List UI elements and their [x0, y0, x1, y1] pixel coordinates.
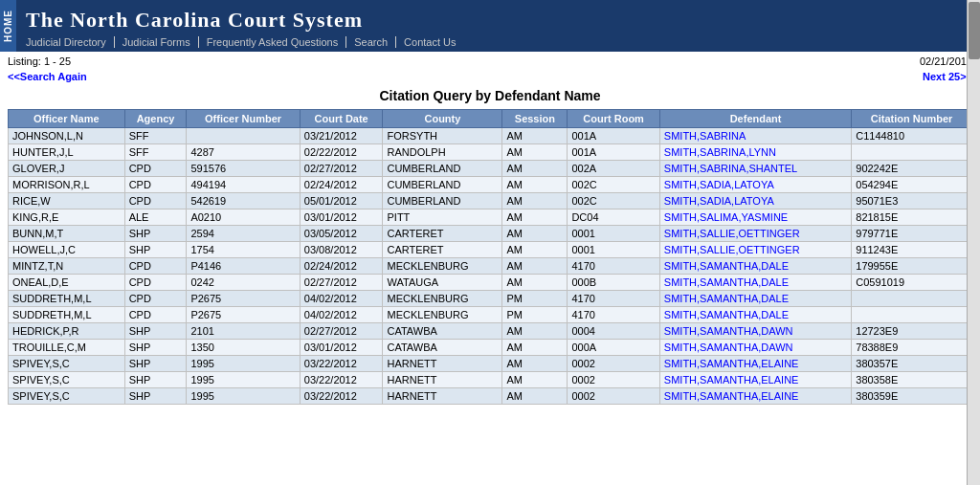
data-cell: CPD — [124, 193, 187, 209]
defendant-cell: SMITH,SAMANTHA,ELAINE — [659, 372, 851, 388]
table-row: TROUILLE,C,MSHP135003/01/2012CATAWBAAM00… — [9, 340, 972, 356]
data-cell: 03/21/2012 — [300, 128, 383, 144]
col-header: Court Date — [300, 110, 383, 128]
data-cell: GLOVER,J — [9, 161, 125, 177]
citation-cell: C0591019 — [852, 275, 972, 291]
next-link[interactable]: Next 25>> — [923, 71, 972, 82]
defendant-link[interactable]: SMITH,SABRINA — [664, 130, 746, 142]
data-cell: SHP — [124, 242, 187, 258]
data-cell: 0001 — [568, 242, 659, 258]
data-cell: CATAWBA — [383, 323, 502, 340]
citation-cell: 179955E — [852, 258, 972, 275]
data-cell: HEDRICK,P,R — [9, 323, 125, 340]
defendant-cell: SMITH,SAMANTHA,DAWN — [659, 323, 851, 340]
data-cell: AM — [502, 323, 568, 340]
defendant-link[interactable]: SMITH,SAMANTHA,ELAINE — [664, 374, 799, 386]
data-cell: HARNETT — [383, 388, 502, 405]
data-cell: HOWELL,J,C — [9, 242, 125, 258]
data-cell: 04/02/2012 — [300, 291, 383, 307]
defendant-link[interactable]: SMITH,SADIA,LATOYA — [664, 195, 774, 207]
header-row: Officer NameAgencyOfficer NumberCourt Da… — [9, 110, 972, 128]
defendant-link[interactable]: SMITH,SAMANTHA,DALE — [664, 293, 789, 304]
data-cell: RANDOLPH — [383, 144, 502, 161]
data-cell: SHP — [124, 356, 187, 372]
defendant-link[interactable]: SMITH,SAMANTHA,DAWN — [664, 342, 793, 353]
data-cell: 1995 — [187, 388, 300, 405]
data-cell: PM — [502, 291, 568, 307]
data-cell: AM — [502, 128, 568, 144]
data-cell: 03/05/2012 — [300, 226, 383, 242]
defendant-link[interactable]: SMITH,SALLIE,OETTINGER — [664, 244, 800, 255]
defendant-link[interactable]: SMITH,SAMANTHA,DALE — [664, 276, 789, 288]
defendant-link[interactable]: SMITH,SAMANTHA,DAWN — [664, 325, 793, 337]
data-cell: 542619 — [187, 193, 300, 209]
defendant-link[interactable]: SMITH,SADIA,LATOYA — [664, 179, 774, 190]
data-cell: SFF — [124, 144, 187, 161]
data-cell: SUDDRETH,M,L — [9, 307, 125, 323]
nav-link-1[interactable]: Judicial Forms — [115, 36, 199, 48]
col-header: Officer Name — [9, 110, 125, 128]
data-cell: CUMBERLAND — [383, 177, 502, 193]
table-row: KING,R,EALEA021003/01/2012PITTAMDC04SMIT… — [9, 209, 972, 226]
data-cell: MINTZ,T,N — [9, 258, 125, 275]
listing-range: Listing: 1 - 25 — [8, 55, 71, 67]
defendant-link[interactable]: SMITH,SABRINA,SHANTEL — [664, 163, 797, 174]
citation-cell: 821815E — [852, 209, 972, 226]
data-cell: 03/22/2012 — [300, 388, 383, 405]
data-cell: SHP — [124, 340, 187, 356]
data-cell: AM — [502, 209, 568, 226]
data-cell: TROUILLE,C,M — [9, 340, 125, 356]
data-cell: ONEAL,D,E — [9, 275, 125, 291]
data-cell: 0242 — [187, 275, 300, 291]
data-cell: 03/08/2012 — [300, 242, 383, 258]
scrollbar-thumb[interactable] — [969, 2, 980, 59]
data-cell: 0001 — [568, 226, 659, 242]
table-body: JOHNSON,L,NSFF03/21/2012FORSYTHAM001ASMI… — [9, 128, 972, 405]
data-cell: 0002 — [568, 388, 659, 405]
nav-link-3[interactable]: Search — [346, 36, 396, 48]
search-again-link[interactable]: <<Search Again — [8, 71, 87, 82]
data-cell: CPD — [124, 161, 187, 177]
defendant-link[interactable]: SMITH,SAMANTHA,ELAINE — [664, 390, 799, 402]
data-cell: CUMBERLAND — [383, 193, 502, 209]
data-cell: 02/22/2012 — [300, 144, 383, 161]
defendant-link[interactable]: SMITH,SAMANTHA,DALE — [664, 309, 789, 320]
nav-link-4[interactable]: Contact Us — [396, 36, 463, 48]
col-header: Court Room — [568, 110, 659, 128]
data-cell: BUNN,M,T — [9, 226, 125, 242]
search-again-row: <<Search Again Next 25>> — [0, 71, 980, 88]
data-cell: 1350 — [187, 340, 300, 356]
citation-cell — [852, 144, 972, 161]
data-cell: 0004 — [568, 323, 659, 340]
data-cell: 2594 — [187, 226, 300, 242]
home-tab[interactable]: Home — [0, 0, 16, 52]
data-cell: KING,R,E — [9, 209, 125, 226]
defendant-link[interactable]: SMITH,SALIMA,YASMINE — [664, 211, 788, 223]
data-cell: 03/22/2012 — [300, 356, 383, 372]
data-cell: 05/01/2012 — [300, 193, 383, 209]
scrollbar[interactable] — [967, 0, 980, 405]
data-cell: AM — [502, 275, 568, 291]
defendant-link[interactable]: SMITH,SAMANTHA,DALE — [664, 260, 789, 272]
nav-link-2[interactable]: Frequently Asked Questions — [199, 36, 347, 48]
data-cell: AM — [502, 340, 568, 356]
data-cell: 02/27/2012 — [300, 323, 383, 340]
data-cell: AM — [502, 356, 568, 372]
data-cell: P2675 — [187, 307, 300, 323]
data-cell: 591576 — [187, 161, 300, 177]
defendant-link[interactable]: SMITH,SALLIE,OETTINGER — [664, 228, 800, 239]
data-cell: CPD — [124, 258, 187, 275]
data-cell: 002C — [568, 193, 659, 209]
data-cell: SPIVEY,S,C — [9, 356, 125, 372]
data-cell: P4146 — [187, 258, 300, 275]
data-cell: AM — [502, 242, 568, 258]
defendant-link[interactable]: SMITH,SABRINA,LYNN — [664, 146, 776, 158]
data-cell: 02/27/2012 — [300, 161, 383, 177]
data-cell: 04/02/2012 — [300, 307, 383, 323]
defendant-link[interactable]: SMITH,SAMANTHA,ELAINE — [664, 358, 799, 369]
data-cell: AM — [502, 226, 568, 242]
nav-link-0[interactable]: Judicial Directory — [26, 36, 115, 48]
citation-cell: 054294E — [852, 177, 972, 193]
data-cell: MECKLENBURG — [383, 307, 502, 323]
data-cell: AM — [502, 388, 568, 405]
